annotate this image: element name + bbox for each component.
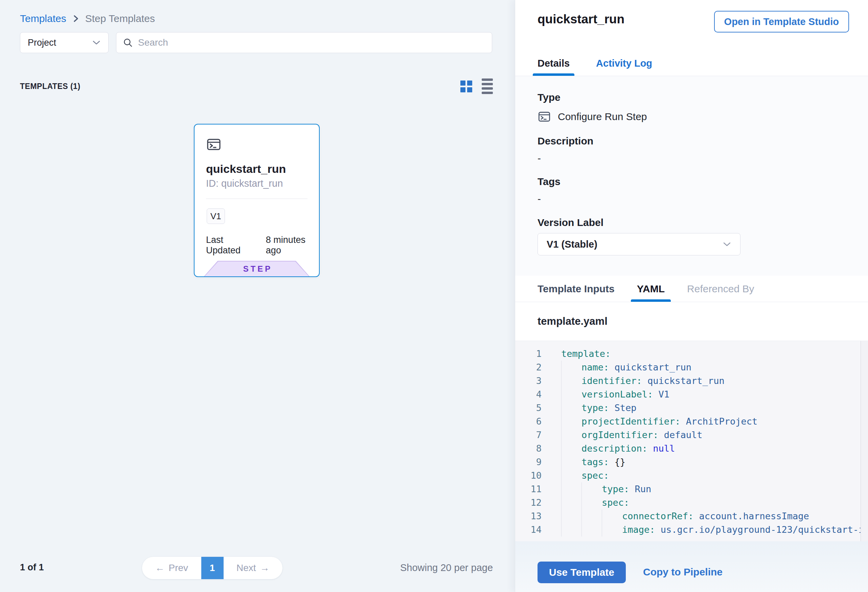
yaml-code-line: 8description: null	[515, 442, 860, 455]
template-card[interactable]: quickstart_run ID: quickstart_run V1 Las…	[194, 124, 320, 277]
copy-to-pipeline-link[interactable]: Copy to Pipeline	[643, 566, 723, 578]
code-scrollbar[interactable]	[861, 341, 868, 541]
step-ribbon-label: STEP	[241, 264, 273, 274]
yaml-code-lines: 1template:2name: quickstart_run3identifi…	[515, 347, 860, 536]
scope-select-value: Project	[28, 38, 56, 48]
page-1-button[interactable]: 1	[201, 557, 224, 579]
version-badge: V1	[207, 208, 225, 224]
step-ribbon: STEP	[204, 261, 310, 276]
card-divider	[206, 199, 307, 199]
type-value: Configure Run Step	[558, 111, 647, 123]
terminal-icon	[537, 110, 551, 124]
details-tabbar: Details Activity Log	[515, 51, 868, 76]
type-row: Configure Run Step	[537, 110, 647, 124]
yaml-code-line: 11type: Run	[515, 483, 860, 496]
view-toggles	[461, 78, 493, 94]
list-controls: Project	[20, 32, 492, 53]
chevron-down-icon	[92, 40, 101, 45]
search-box	[116, 32, 492, 53]
search-input[interactable]	[138, 37, 486, 48]
tab-yaml[interactable]: YAML	[637, 276, 665, 302]
yaml-code-line: 4versionLabel: V1	[515, 388, 860, 401]
yaml-code-line: 14image: us.gcr.io/playground-123/quicks…	[515, 523, 860, 536]
templates-page: Templates Step Templates Project TEMPLAT	[0, 0, 868, 592]
panel-title: quickstart_run	[537, 12, 624, 27]
type-label: Type	[537, 92, 561, 103]
tags-value: -	[537, 193, 541, 205]
prev-page-button[interactable]: ← Prev	[142, 557, 201, 579]
grid-view-icon[interactable]	[461, 81, 472, 92]
yaml-code-line: 2name: quickstart_run	[515, 360, 860, 374]
yaml-code-line: 7orgIdentifier: default	[515, 428, 860, 442]
breadcrumb-templates-link[interactable]: Templates	[20, 13, 66, 24]
tab-activity-log[interactable]: Activity Log	[596, 51, 652, 76]
yaml-code-line: 3identifier: quickstart_run	[515, 374, 860, 388]
details-content: Type Configure Run Step Description - Ta…	[515, 76, 868, 276]
tab-referenced-by[interactable]: Referenced By	[687, 276, 754, 302]
scope-select[interactable]: Project	[20, 32, 109, 53]
yaml-file-row: template.yaml	[515, 302, 868, 341]
yaml-code-viewer: 1template:2name: quickstart_run3identifi…	[515, 341, 868, 541]
list-header-row: TEMPLATES (1)	[20, 78, 493, 94]
description-label: Description	[537, 135, 593, 147]
chevron-right-icon	[72, 14, 80, 23]
open-in-template-studio-button[interactable]: Open in Template Studio	[714, 11, 849, 32]
card-title: quickstart_run	[206, 162, 286, 176]
templates-count-label: TEMPLATES (1)	[20, 82, 81, 91]
yaml-code-line: 5type: Step	[515, 401, 860, 415]
panel-header: quickstart_run Open in Template Studio	[515, 0, 868, 51]
description-value: -	[537, 152, 541, 164]
yaml-code-line: 9tags: {}	[515, 455, 860, 469]
template-details-panel: quickstart_run Open in Template Studio D…	[515, 0, 868, 592]
use-template-button[interactable]: Use Template	[537, 561, 626, 583]
version-select[interactable]: V1 (Stable)	[537, 233, 741, 255]
yaml-tabbar: Template Inputs YAML Referenced By	[515, 276, 868, 302]
yaml-code-line: 10spec:	[515, 469, 860, 483]
yaml-file-name: template.yaml	[537, 315, 608, 328]
next-page-button[interactable]: Next →	[224, 557, 283, 579]
tab-template-inputs[interactable]: Template Inputs	[537, 276, 615, 302]
chevron-down-icon	[723, 242, 731, 247]
breadcrumb: Templates Step Templates	[20, 13, 155, 24]
last-updated-label: Last Updated	[206, 235, 257, 256]
yaml-code-line: 6projectIdentifier: ArchitProject	[515, 415, 860, 428]
card-last-updated: Last Updated 8 minutes ago	[206, 235, 319, 256]
yaml-code-line: 12spec:	[515, 496, 860, 509]
yaml-code-line: 13connectorRef: account.harnessImage	[515, 509, 860, 523]
arrow-right-icon: →	[260, 562, 270, 573]
panel-footer: Use Template Copy to Pipeline	[515, 541, 868, 592]
last-updated-value: 8 minutes ago	[266, 235, 319, 256]
page-summary: 1 of 1	[20, 562, 44, 573]
card-id: ID: quickstart_run	[206, 178, 283, 189]
tab-details[interactable]: Details	[537, 51, 570, 76]
tags-label: Tags	[537, 176, 561, 187]
list-view-icon[interactable]	[482, 78, 493, 94]
version-select-value: V1 (Stable)	[547, 239, 597, 250]
templates-list-panel: Templates Step Templates Project TEMPLAT	[0, 0, 515, 592]
per-page-label: Showing 20 per page	[397, 562, 496, 573]
terminal-icon	[206, 137, 221, 152]
breadcrumb-current: Step Templates	[85, 13, 155, 24]
pagination: ← Prev 1 Next →	[142, 557, 282, 579]
search-icon	[123, 37, 133, 48]
version-label: Version Label	[537, 217, 604, 228]
arrow-left-icon: ←	[155, 562, 164, 573]
yaml-code-line: 1template:	[515, 347, 860, 360]
